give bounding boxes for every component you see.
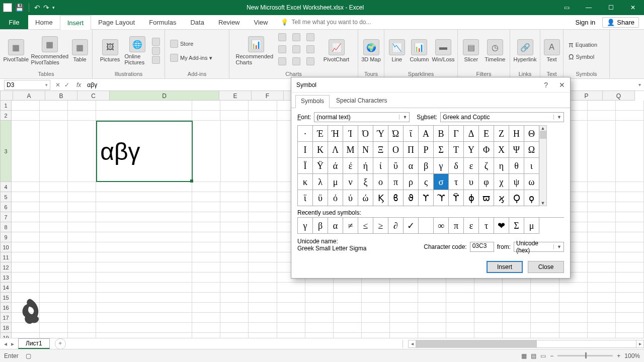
cell[interactable] [474, 293, 503, 303]
cell[interactable] [40, 293, 68, 303]
cell[interactable] [249, 303, 277, 313]
shapes-icon[interactable] [152, 38, 160, 46]
tab-view[interactable]: View [247, 15, 275, 29]
cell[interactable] [616, 303, 644, 313]
cell[interactable] [220, 111, 249, 121]
symbol-cell[interactable]: Α [419, 126, 434, 142]
dialog-tab-symbols[interactable]: Symbols [295, 95, 330, 108]
prev-sheet-icon[interactable]: ◂ [4, 340, 7, 347]
bar-chart-icon[interactable] [278, 45, 286, 53]
symbol-cell[interactable]: δ [449, 158, 464, 174]
col-header[interactable]: C [77, 90, 110, 101]
symbol-cell[interactable]: ω [524, 174, 539, 190]
sparkline-column-button[interactable]: 📊Column [409, 39, 430, 62]
cell[interactable] [68, 273, 96, 283]
symbol-cell[interactable]: Ώ [388, 126, 404, 142]
symbol-cell[interactable]: ς [419, 174, 434, 190]
cell[interactable] [68, 182, 96, 192]
symbol-cell[interactable]: Β [434, 126, 449, 142]
cell[interactable] [446, 283, 474, 293]
cell[interactable] [531, 283, 559, 293]
cell[interactable] [305, 303, 334, 313]
symbol-cell[interactable]: Έ [313, 126, 328, 142]
row-header[interactable]: 15 [0, 293, 12, 303]
cell[interactable] [616, 222, 644, 232]
symbol-cell[interactable]: λ [313, 174, 328, 190]
symbol-cell[interactable]: α [404, 158, 419, 174]
symbol-button[interactable]: Ω Symbol [567, 52, 596, 62]
cell[interactable] [390, 323, 418, 333]
cell[interactable] [559, 323, 588, 333]
symbol-cell[interactable]: Ϊ [298, 158, 313, 174]
cell[interactable] [40, 283, 68, 293]
cell[interactable] [96, 262, 192, 273]
cell[interactable] [362, 313, 390, 323]
recent-symbol-cell[interactable]: ✓ [404, 218, 419, 234]
symbol-cell[interactable]: ϓ [434, 190, 449, 206]
hyperlink-button[interactable]: 🔗Hyperlink [513, 39, 537, 62]
sheet-tab[interactable]: Лист1 [18, 338, 50, 349]
symbol-cell[interactable]: τ [449, 174, 464, 190]
symbol-cell[interactable]: ϋ [313, 190, 328, 206]
symbol-cell[interactable]: ε [464, 158, 479, 174]
cell[interactable] [362, 323, 390, 333]
cell[interactable] [192, 273, 220, 283]
cell[interactable] [559, 313, 588, 323]
cell[interactable] [588, 222, 616, 232]
cell[interactable] [474, 303, 503, 313]
cell[interactable] [220, 293, 249, 303]
cell[interactable] [40, 121, 68, 182]
row-header[interactable]: 6 [0, 202, 12, 212]
cell[interactable] [96, 283, 192, 293]
cell[interactable] [221, 121, 249, 182]
cell[interactable] [12, 242, 40, 252]
cell[interactable] [220, 283, 249, 293]
symbol-cell[interactable]: Τ [449, 142, 464, 158]
cell[interactable] [249, 222, 277, 232]
symbol-cell[interactable]: κ [298, 174, 313, 190]
cell[interactable] [96, 111, 192, 121]
cell[interactable] [616, 232, 644, 242]
stock-chart-icon[interactable] [278, 57, 286, 65]
symbol-cell[interactable]: ο [373, 174, 388, 190]
row-header[interactable]: 8 [0, 222, 12, 232]
cell[interactable] [305, 323, 334, 333]
cell[interactable] [588, 283, 616, 293]
cell[interactable] [334, 313, 362, 323]
cell[interactable] [277, 323, 305, 333]
sign-in-link[interactable]: Sign in [576, 19, 596, 26]
symbol-scrollbar[interactable]: ▲▼ [539, 125, 547, 206]
symbol-cell[interactable]: Ϋ [313, 158, 328, 174]
symbol-cell[interactable]: ψ [509, 174, 524, 190]
cell[interactable] [68, 121, 96, 182]
dialog-help-icon[interactable]: ? [544, 81, 548, 89]
cell[interactable] [616, 101, 644, 111]
row-header[interactable]: 14 [0, 283, 12, 293]
cell[interactable] [96, 101, 192, 111]
cell[interactable] [40, 323, 68, 333]
row-header[interactable]: 7 [0, 212, 12, 222]
cell[interactable] [588, 323, 616, 333]
cell[interactable] [249, 273, 277, 283]
row-header[interactable]: 3 [0, 121, 12, 182]
cell[interactable] [68, 252, 96, 262]
cell[interactable] [68, 222, 96, 232]
cell[interactable] [68, 111, 96, 121]
symbol-cell[interactable]: ί [373, 158, 388, 174]
dialog-close-icon[interactable]: ✕ [559, 81, 565, 89]
cell[interactable] [40, 111, 68, 121]
symbol-cell[interactable]: Π [404, 142, 419, 158]
cell[interactable] [96, 202, 192, 212]
cell[interactable] [12, 202, 40, 212]
symbol-cell[interactable]: Ύ [373, 126, 388, 142]
cell[interactable] [418, 323, 446, 333]
dialog-tab-special[interactable]: Special Characters [331, 95, 392, 108]
cell[interactable] [616, 273, 644, 283]
recent-symbol-cell[interactable]: τ [479, 218, 494, 234]
symbol-cell[interactable]: Δ [464, 126, 479, 142]
recent-symbol-cell[interactable]: π [449, 218, 464, 234]
symbol-cell[interactable]: ή [358, 158, 373, 174]
line-chart-icon[interactable] [292, 33, 300, 41]
cell[interactable] [559, 293, 588, 303]
cell[interactable] [474, 323, 503, 333]
